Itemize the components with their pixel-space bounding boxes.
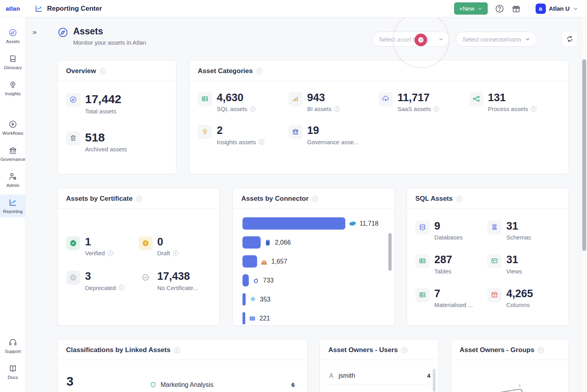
stat-icon	[418, 257, 426, 265]
main-content: » Assets Monitor your assets in Atlan Se…	[26, 17, 587, 392]
atlan-logo[interactable]: atlan	[0, 5, 26, 12]
sidebar-item-governance[interactable]: Governance	[0, 142, 26, 165]
stat-icon-box	[198, 125, 212, 138]
info-icon[interactable]	[108, 251, 113, 256]
stat-value: 943	[307, 92, 340, 103]
stat-icon	[201, 128, 209, 136]
connector-select[interactable]: Select connector/conne...	[456, 32, 537, 47]
sidebar-item-label: Support	[5, 349, 21, 354]
connector-bar	[242, 217, 345, 230]
sidebar-item-icon	[8, 198, 17, 207]
sidebar-item-admin[interactable]: Admin	[0, 168, 26, 191]
assets-by-certificate-card: Assets by Certificate 1 Verified 0 Draft…	[57, 188, 220, 326]
stat-label: Draft	[157, 250, 170, 256]
info-icon[interactable]	[174, 347, 180, 353]
sidebar-item-icon	[8, 54, 17, 63]
sidebar-item-label: Admin	[6, 183, 19, 188]
info-icon[interactable]	[259, 139, 264, 145]
connector-bar	[242, 312, 245, 324]
stat-item: 943 BI assets	[289, 92, 379, 112]
connector-icon	[348, 220, 356, 228]
user-menu[interactable]: a Atlan U	[536, 4, 579, 14]
stat-value: 3	[85, 271, 124, 282]
info-icon[interactable]	[456, 196, 462, 202]
info-icon[interactable]	[119, 285, 124, 290]
sidebar-collapse-button[interactable]: »	[32, 28, 36, 36]
stat-label: SQL assets	[217, 106, 247, 112]
sidebar-item-insights[interactable]: Insights	[0, 77, 26, 100]
users-card-scrollbar[interactable]	[433, 369, 436, 392]
info-icon[interactable]	[401, 347, 407, 353]
stat-icon	[201, 95, 209, 103]
stat-icon-box	[416, 254, 429, 268]
stat-icon-box	[416, 288, 429, 302]
page-scrollbar[interactable]	[582, 59, 586, 251]
sidebar-item-label: Glossary	[4, 65, 22, 70]
connector-value: 2,066	[275, 239, 291, 246]
info-icon[interactable]	[250, 106, 256, 112]
sidebar-item-glossary[interactable]: Glossary	[0, 51, 26, 74]
stat-icon-box	[66, 93, 80, 106]
stat-icon	[292, 128, 299, 136]
stat-label: Process assets	[488, 106, 528, 112]
sidebar-item-label: Reporting	[3, 209, 23, 214]
stat-icon-box	[289, 125, 302, 138]
groups-empty-illustration	[451, 360, 568, 392]
stat-icon-box	[289, 92, 302, 106]
stat-label: Columns	[506, 302, 530, 308]
stat-item: 31 Views	[488, 254, 560, 274]
connector-bar-row: 2,066	[242, 236, 385, 249]
connector-value: 1,657	[271, 258, 287, 265]
card-title: Classifications by Linked Assets	[66, 346, 170, 354]
gift-button[interactable]	[511, 4, 521, 13]
sidebar-item-docs[interactable]: Docs	[0, 360, 26, 383]
stat-label: Tables	[434, 268, 451, 275]
info-icon[interactable]	[136, 196, 142, 202]
sidebar-item-support[interactable]: Support	[0, 334, 26, 357]
stat-value: 4,265	[506, 288, 533, 299]
chevron-down-icon	[477, 6, 483, 11]
overview-card: Overview 17,442 Total assets 518 Archive…	[57, 60, 176, 174]
info-icon[interactable]	[312, 196, 318, 202]
info-icon[interactable]	[538, 347, 544, 353]
new-button[interactable]: +New	[454, 2, 488, 15]
sidebar-item-icon	[8, 120, 17, 129]
sidebar-item-label: Assets	[6, 39, 20, 44]
asset-type-select[interactable]: Select asset type	[372, 32, 451, 47]
app-title-group: Reporting Center	[26, 4, 102, 13]
stat-label: Insights assets	[217, 139, 256, 145]
info-icon[interactable]	[334, 106, 340, 112]
info-icon[interactable]	[173, 251, 178, 256]
info-icon[interactable]	[434, 106, 439, 112]
stat-label: No Certificate...	[157, 285, 198, 291]
chart-line-icon	[34, 4, 43, 13]
stat-value: 19	[307, 125, 359, 136]
help-button[interactable]	[495, 4, 504, 13]
classification-row[interactable]: Marketing Analysis 6	[150, 376, 295, 392]
connector-bar-row: 221	[242, 312, 385, 324]
info-icon[interactable]	[100, 68, 106, 74]
stat-value: 4,630	[217, 92, 256, 103]
stat-item: 4,265 Columns	[488, 288, 560, 308]
owner-user-row[interactable]: jsmith 4	[328, 367, 430, 384]
page-scrollbar-track	[581, 17, 587, 392]
sidebar-item-reporting[interactable]: Reporting	[0, 194, 26, 217]
connector-bar-row: 1,657	[242, 255, 385, 268]
stat-value: 31	[506, 220, 531, 232]
refresh-button[interactable]	[562, 31, 578, 47]
connector-bar	[242, 293, 246, 305]
sidebar-item-workflows[interactable]: Workflows	[0, 116, 26, 139]
stat-item: 31 Schemas	[488, 220, 560, 241]
atlan-wordmark: atlan	[6, 5, 20, 12]
classifications-total-value: 3	[66, 374, 117, 389]
sidebar-item-label: Docs	[8, 375, 18, 380]
connector-value: 221	[259, 315, 270, 322]
stat-item: 131 Process assets	[470, 92, 560, 112]
stat-item: 0 Draft	[139, 236, 211, 256]
stat-label: Schemas	[506, 234, 531, 241]
info-icon[interactable]	[531, 106, 536, 112]
sidebar-item-assets[interactable]: Assets	[0, 24, 26, 47]
connector-card-scrollbar[interactable]	[388, 233, 392, 271]
info-icon[interactable]	[256, 68, 262, 74]
connector-placeholder: Select connector/conne...	[462, 36, 521, 43]
